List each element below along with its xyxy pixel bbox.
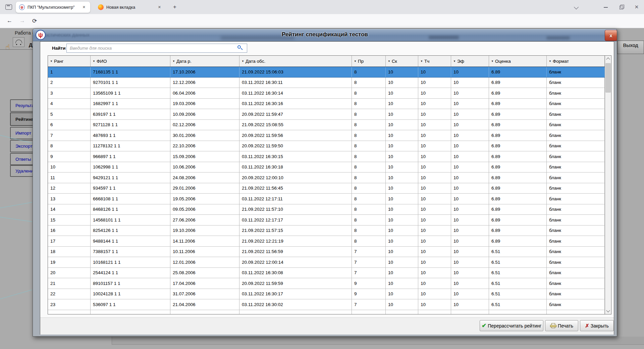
table-cell: 6.51 [489,299,547,310]
scroll-down-icon[interactable] [605,307,611,314]
window-minimize-button[interactable] [603,4,609,10]
table-cell: 8 [352,204,386,215]
table-cell: 10 [418,141,451,152]
table-row[interactable]: 41682997 1 119.03.200603.11.2022 16:30:1… [48,99,605,109]
print-button[interactable]: Печать [545,320,578,331]
forward-button[interactable]: → [19,17,25,24]
tab-close-icon[interactable]: ✕ [157,4,162,10]
table-row[interactable]: 187388157 1 110.11.200621.09.2022 11:56:… [48,247,605,257]
new-tab-button[interactable]: + [170,3,179,11]
table-row[interactable]: 101062998 1 110.06.200603.11.2022 16:30:… [48,162,605,173]
table-row[interactable]: 29270101 1 112.12.200603.11.2022 16:30:1… [48,78,605,88]
table-row[interactable]: 313565109 1 106.04.200603.11.2022 16:30:… [48,88,605,99]
dialog-close-button[interactable]: x [605,30,617,41]
reload-button[interactable]: ⟳ [32,17,37,24]
table-row[interactable]: 7487693 1 130.01.200620.09.2022 11:59:56… [48,130,605,141]
column-header-4[interactable]: ▼Дата обс. [239,56,352,66]
table-cell: 10 [451,226,489,236]
table-cell: 22 [48,289,91,300]
table-row[interactable]: 202544124 1 125.08.200603.11.2022 16:30:… [48,268,605,279]
table-cell: 10 [418,268,451,279]
table-row[interactable]: 136668108 1 119.05.200603.11.2022 12:17:… [48,194,605,204]
browser-tab-active[interactable]: ψ ПКП "Мультипсихометр" ✕ [16,2,90,13]
table-row[interactable]: 23536097 1 121.04.200603.11.2022 16:30:0… [48,299,605,310]
table-cell: 10 [386,67,418,77]
table-cell: 10 [48,162,91,173]
table-cell: бланк [547,215,605,226]
table-cell: 1062998 1 1 [91,162,170,173]
scrollbar-thumb[interactable] [605,63,611,93]
table-row[interactable]: 811278132 1 122.10.200620.09.2022 11:59:… [48,141,605,152]
firefox-view-icon[interactable] [5,4,12,10]
table-cell: 10 [418,204,451,215]
dialog-title: Рейтинг спецификаций тестов [33,31,617,38]
table-cell: бланк [547,172,605,183]
table-cell: 31.07.2006 [170,289,239,300]
table-row[interactable]: 148468126 1 109.05.200621.09.2022 11:57:… [48,204,605,215]
table-row[interactable]: 5639197 1 110.09.200620.09.2022 11:59:47… [48,109,605,120]
table-row[interactable]: 1514568101 1 127.06.200603.11.2022 12:17… [48,215,605,226]
exit-button[interactable]: Выход [617,41,644,54]
table-row[interactable]: 119429121 1 124.08.200620.09.2022 12:00:… [48,172,605,183]
table-cell [547,310,605,314]
table-row[interactable]: 168254126 1 119.10.200621.09.2022 11:57:… [48,226,605,236]
table-cell: 10 [386,183,418,194]
table-row[interactable]: 179488144 1 114.11.200621.09.2022 12:21:… [48,236,605,247]
table-cell: 14 [48,204,91,215]
table-cell: 7 [48,130,91,141]
tab-close-icon[interactable]: ✕ [81,4,87,10]
close-dialog-button[interactable]: ✗ Закрыть [580,320,614,331]
column-header-2[interactable]: ▼ФИО [91,56,170,66]
column-header-9[interactable]: ▼Оценка [489,56,547,66]
table-cell: бланк [547,99,605,109]
table-row[interactable]: 2189101157 1 117.04.200620.09.2022 11:59… [48,278,605,289]
table-row[interactable]: 12934597 1 129.01.200621.09.2022 11:56:4… [48,183,605,194]
column-header-7[interactable]: ▼Тч [418,56,451,66]
table-cell: 10 [386,99,418,109]
table-cell: 10 [418,183,451,194]
table-row[interactable]: 1910168121 1 112.01.200620.09.2022 12:00… [48,257,605,268]
table-cell: 10 [386,88,418,99]
table-cell: 10 [451,141,489,152]
table-cell: бланк [547,130,605,141]
vertical-scrollbar[interactable] [605,56,611,314]
table-cell: 21.09.2022 11:57:15 [239,226,352,236]
column-header-3[interactable]: ▼Дата р. [170,56,239,66]
window-close-button[interactable]: ✕ [634,4,640,10]
table-cell: 10 [451,67,489,77]
window-restore-button[interactable] [618,4,624,10]
scroll-up-icon[interactable] [605,56,611,62]
table-cell: 10 [418,215,451,226]
browser-tab-new[interactable]: Новая вкладка ✕ [95,2,166,13]
column-header-1[interactable]: ▼Ранг [48,56,91,66]
column-header-10[interactable]: ▼Формат [547,56,605,66]
table-cell: 7 [352,268,386,279]
table-cell: 8 [352,236,386,247]
search-icon[interactable] [237,45,243,51]
table-cell: 03.11.2022 16:30:16 [239,99,352,109]
sort-filter-icon: ▼ [50,60,53,63]
table-row[interactable]: 2210024128 1 131.07.200603.11.2022 16:30… [48,289,605,300]
search-input[interactable] [66,44,247,53]
sort-filter-icon: ▼ [420,60,423,63]
table-cell: 10 [418,247,451,257]
database-tool-icon[interactable] [13,37,24,47]
column-header-6[interactable]: ▼Ск [386,56,418,66]
sort-filter-icon: ▼ [549,60,551,63]
table-row[interactable]: 17168135 1 117.10.200621.09.2022 15:06:0… [48,67,605,78]
table-cell: 10 [386,141,418,152]
tab-list-chevron-icon[interactable] [575,5,578,9]
back-button[interactable]: ← [7,17,12,24]
table-cell: 6.89 [489,120,547,131]
table-cell: 10 [451,278,489,289]
table-cell: 10 [418,78,451,88]
psi-favicon: ψ [19,4,25,10]
table-cell: 6.89 [489,162,547,173]
column-header-5[interactable]: ▼Пр [352,56,386,66]
dialog-title-bar[interactable]: гностических данных ψ Рейтинг спецификац… [33,29,617,41]
column-header-8[interactable]: ▼Эф [451,56,489,66]
table-cell: 11 [48,172,91,183]
recalculate-rating-button[interactable]: ✔ Перерассчитать рейтинг [480,320,543,331]
table-row[interactable]: 69271128 1 102.12.200621.09.2022 15:08:5… [48,120,605,131]
table-row[interactable]: 9966897 1 115.09.200603.11.2022 16:30:15… [48,151,605,162]
